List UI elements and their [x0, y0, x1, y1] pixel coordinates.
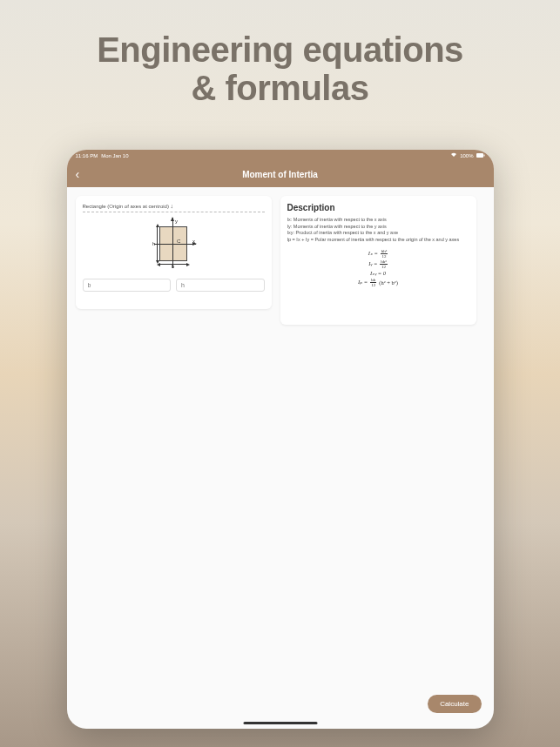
- svg-rect-0: [476, 153, 483, 158]
- axis-x-label: x: [192, 239, 195, 244]
- status-battery: 100%: [460, 153, 473, 158]
- status-time: 11:16 PM: [76, 153, 98, 158]
- header-bar: ‹ Moment of Intertia: [67, 161, 494, 187]
- wifi-icon: [450, 152, 457, 158]
- status-date: Mon Jan 10: [101, 153, 128, 158]
- formula-iy: Iᵧ = hb³12: [287, 259, 469, 269]
- description-title: Description: [287, 203, 469, 212]
- dropdown-label: Rectangle (Origin of axes at centroid): [83, 204, 169, 209]
- formula-ip: Iₚ = bh12 (h² + b²): [287, 278, 469, 287]
- desc-line: Iy: Moments of inertia with respect to t…: [287, 224, 469, 231]
- shape-dropdown[interactable]: Rectangle (Origin of axes at centroid) ↓: [83, 203, 265, 212]
- battery-icon: [476, 153, 485, 158]
- svg-rect-1: [483, 154, 484, 156]
- shape-diagram: y x h b C: [83, 218, 265, 272]
- shape-panel: Rectangle (Origin of axes at centroid) ↓…: [76, 196, 272, 309]
- centroid-label: C: [177, 239, 180, 244]
- formula-ixy: Iₓᵧ = 0: [287, 270, 469, 277]
- formula-ix: Iₓ = bh³12: [287, 249, 469, 259]
- hero-title: Engineering equations & formulas: [0, 0, 560, 107]
- calculate-button[interactable]: Calculate: [428, 695, 481, 713]
- desc-line: Ix: Moments of inertia with respect to t…: [287, 217, 469, 224]
- desc-line: Ixy: Product of inertia with respect to …: [287, 230, 469, 237]
- page-title: Moment of Intertia: [242, 170, 318, 179]
- b-input[interactable]: [83, 279, 172, 292]
- hero-line2: & formulas: [0, 69, 560, 107]
- device-frame: 11:16 PM Mon Jan 10 ••• 100% ‹ Moment of…: [67, 150, 494, 729]
- status-bar: 11:16 PM Mon Jan 10 ••• 100%: [67, 150, 494, 161]
- hero-line1: Engineering equations: [0, 30, 560, 69]
- desc-line: Ip = Ix + Iy = Polar moment of inertia w…: [287, 237, 469, 244]
- content-area: Rectangle (Origin of axes at centroid) ↓…: [67, 187, 494, 729]
- h-input[interactable]: [176, 279, 265, 292]
- home-indicator[interactable]: [243, 722, 317, 724]
- dim-b-label: b: [172, 264, 174, 269]
- formulas-block: Iₓ = bh³12 Iᵧ = hb³12 Iₓᵧ = 0 Iₚ = bh12 …: [287, 249, 469, 287]
- description-panel: Description Ix: Moments of inertia with …: [280, 196, 476, 325]
- chevron-down-icon: ↓: [171, 203, 174, 209]
- back-button[interactable]: ‹: [76, 167, 80, 181]
- dim-h-label: h: [152, 241, 155, 246]
- axis-y-label: y: [175, 219, 178, 224]
